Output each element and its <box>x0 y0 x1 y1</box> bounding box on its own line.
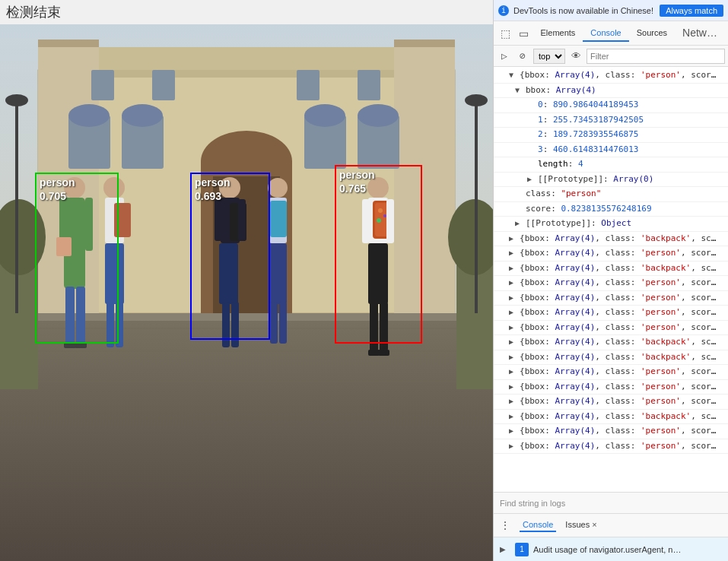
detection-box-3: person 0.765 <box>335 165 422 344</box>
svg-rect-24 <box>358 70 380 100</box>
console-entry-person9[interactable]: {bbox: Array(4), class: 'person', score:… <box>494 395 728 410</box>
title-text: 检测结束 <box>6 3 61 21</box>
svg-point-35 <box>5 94 28 106</box>
expand-arrow[interactable] <box>509 410 517 422</box>
svg-rect-64 <box>270 201 287 237</box>
left-panel: 检测结束 <box>0 0 493 561</box>
svg-point-61 <box>268 178 288 198</box>
svg-rect-23 <box>297 70 319 100</box>
svg-rect-36 <box>475 100 478 313</box>
audit-expand[interactable] <box>500 545 507 553</box>
dots-menu-icon[interactable]: ⋮ <box>500 519 510 531</box>
context-select[interactable]: top <box>533 49 565 64</box>
devtools-tabs: ⬚ ▭ Elements Console Sources Netw… <box>494 21 728 46</box>
notification-text: DevTools is now available in Chinese! <box>513 6 655 15</box>
info-icon: i <box>498 5 509 16</box>
console-entry-person5[interactable]: {bbox: Array(4), class: 'person', score:… <box>494 306 728 321</box>
devtools-bottom: Find string in logs ⋮ Console Issues × 1… <box>494 492 728 561</box>
eye-icon[interactable]: 👁 <box>568 49 583 64</box>
expand-arrow[interactable] <box>509 247 517 258</box>
always-match-button[interactable]: Always match <box>660 5 723 17</box>
console-entry-length[interactable]: length: 4 <box>494 157 728 173</box>
bottom-tab-console[interactable]: Console <box>520 518 556 532</box>
svg-rect-80 <box>378 350 389 356</box>
svg-rect-9 <box>394 40 455 47</box>
page-title: 检测结束 <box>0 0 493 24</box>
console-entry-3[interactable]: 3: 460.6148314476013 <box>494 143 728 158</box>
expand-arrow[interactable] <box>515 217 523 229</box>
expand-arrow[interactable] <box>509 306 517 318</box>
svg-rect-7 <box>38 40 99 47</box>
detection-box-1: person 0.705 <box>35 173 119 344</box>
console-content[interactable]: {bbox: Array(4), class: 'person', score:… <box>494 67 728 492</box>
console-entry-person8[interactable]: {bbox: Array(4), class: 'person', score:… <box>494 380 728 395</box>
expand-arrow[interactable] <box>509 366 517 377</box>
console-entry-person3[interactable]: {bbox: Array(4), class: 'person', score:… <box>494 276 728 291</box>
expand-arrow[interactable] <box>509 292 517 303</box>
expand-arrow[interactable] <box>509 425 517 436</box>
svg-point-16 <box>122 104 163 127</box>
svg-rect-21 <box>91 70 114 100</box>
console-entry-person10[interactable]: {bbox: Array(4), class: 'person', score:… <box>494 424 728 439</box>
svg-rect-66 <box>279 302 287 344</box>
tab-network[interactable]: Netw… <box>675 24 725 43</box>
detection-label-2: person 0.693 <box>192 174 234 204</box>
console-entry-proto-obj[interactable]: [[Prototype]]: Object <box>494 217 728 232</box>
filter-input[interactable] <box>587 49 725 64</box>
svg-point-18 <box>304 104 345 127</box>
play-icon[interactable]: ▷ <box>497 49 512 64</box>
inspect-icon[interactable]: ⬚ <box>497 24 515 43</box>
device-icon[interactable]: ▭ <box>515 24 533 43</box>
issues-tab-close[interactable]: × <box>592 520 596 529</box>
console-entry-backpack1[interactable]: {bbox: Array(4), class: 'backpack', scor… <box>494 232 728 247</box>
svg-point-37 <box>465 94 488 106</box>
console-entry-person11[interactable]: {bbox: Array(4), class: 'person', score:… <box>494 439 728 455</box>
svg-rect-63 <box>269 243 287 304</box>
console-entry-proto-array[interactable]: [[Prototype]]: Array(0) <box>494 173 728 188</box>
expand-arrow[interactable] <box>509 262 517 274</box>
tab-sources[interactable]: Sources <box>629 25 675 42</box>
console-entry-backpack5[interactable]: {bbox: Array(4), class: 'backpack', scor… <box>494 410 728 425</box>
console-entry-person6[interactable]: {bbox: Array(4), class: 'person', score:… <box>494 321 728 336</box>
svg-rect-79 <box>368 350 380 356</box>
image-container: person 0.705 person 0.693 person 0.765 <box>0 24 493 561</box>
expand-arrow[interactable] <box>509 69 517 81</box>
svg-rect-22 <box>152 70 175 100</box>
find-string-bar: Find string in logs <box>494 493 728 514</box>
devtools-panel: i DevTools is now available in Chinese! … <box>493 0 728 561</box>
tab-elements[interactable]: Elements <box>533 25 583 42</box>
expand-arrow[interactable] <box>509 440 517 452</box>
expand-arrow[interactable] <box>509 395 517 407</box>
svg-rect-65 <box>270 302 278 344</box>
svg-point-20 <box>358 104 399 127</box>
expand-arrow[interactable] <box>509 351 517 363</box>
console-entry-person2[interactable]: {bbox: Array(4), class: 'person', score:… <box>494 246 728 261</box>
expand-arrow[interactable] <box>509 336 517 347</box>
console-entry-0[interactable]: 0: 890.9864044189453 <box>494 98 728 113</box>
expand-arrow[interactable] <box>515 84 523 96</box>
detection-label-1: person 0.705 <box>37 174 78 204</box>
console-entry-2[interactable]: 2: 189.7283935546875 <box>494 128 728 143</box>
console-entry-backpack2[interactable]: {bbox: Array(4), class: 'backpack', scor… <box>494 261 728 277</box>
tab-console[interactable]: Console <box>583 25 628 42</box>
audit-icon: 1 <box>515 543 529 556</box>
console-entry-backpack4[interactable]: {bbox: Array(4), class: 'backpack', scor… <box>494 350 728 366</box>
console-entry-person4[interactable]: {bbox: Array(4), class: 'person', score:… <box>494 291 728 306</box>
expand-arrow[interactable] <box>509 381 517 392</box>
ban-icon[interactable]: ⊘ <box>515 49 530 64</box>
console-entry-backpack3[interactable]: {bbox: Array(4), class: 'backpack', scor… <box>494 335 728 350</box>
bottom-tab-issues[interactable]: Issues × <box>562 518 599 532</box>
expand-arrow[interactable] <box>527 173 535 185</box>
svg-rect-25 <box>0 313 493 561</box>
expand-arrow[interactable] <box>509 322 517 333</box>
console-entry-class[interactable]: class: "person" <box>494 187 728 202</box>
console-entry-person7[interactable]: {bbox: Array(4), class: 'person', score:… <box>494 365 728 380</box>
expand-arrow[interactable] <box>509 277 517 288</box>
console-entry-score[interactable]: score: 0.8238135576248169 <box>494 202 728 217</box>
console-entry-1[interactable]: 1: 255.73453187942505 <box>494 113 728 128</box>
console-entry-bbox[interactable]: bbox: Array(4) <box>494 84 728 99</box>
svg-point-14 <box>68 104 110 127</box>
expand-arrow[interactable] <box>509 233 517 244</box>
detection-label-3: person 0.765 <box>336 166 378 197</box>
console-entry-obj-open[interactable]: {bbox: Array(4), class: 'person', score:… <box>494 68 728 84</box>
